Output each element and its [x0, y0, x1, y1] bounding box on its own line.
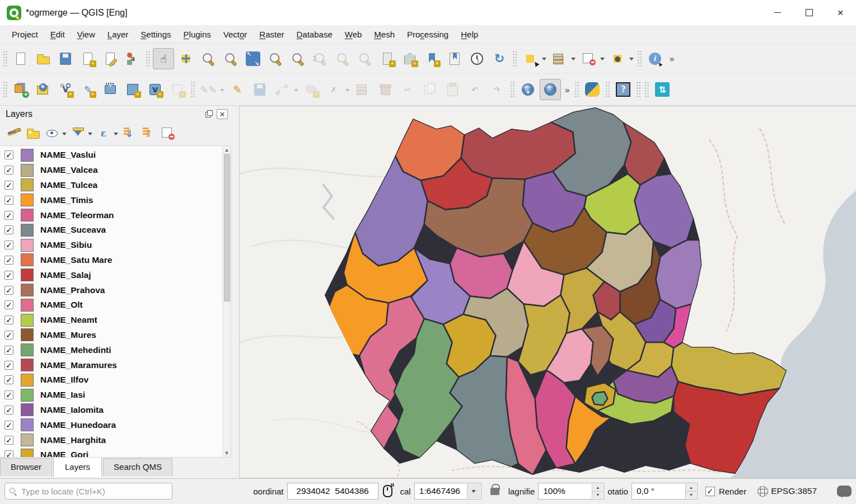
scale-dropdown-icon[interactable]	[467, 484, 480, 498]
new-spatialite-layer-button[interactable]: ✎	[77, 79, 99, 100]
layer-label[interactable]: NAME_Hunedoara	[40, 420, 116, 430]
menu-layer[interactable]: Layer	[101, 27, 135, 41]
layer-item[interactable]: ✓NAME_Ialomita	[0, 403, 222, 418]
toggle-editing-button[interactable]: ✎	[227, 79, 248, 100]
new-mesh-layer-button[interactable]	[122, 79, 143, 100]
layer-item[interactable]: ✓NAME_Satu Mare	[0, 253, 222, 268]
layer-item[interactable]: ✓NAME_Sibiu	[0, 238, 222, 253]
expand-all-button[interactable]: ⇓	[120, 124, 138, 142]
locate-input[interactable]: Type to locate (Ctrl+K)	[4, 483, 172, 500]
open-project-button[interactable]	[32, 48, 54, 69]
dropdown-arrow-icon[interactable]	[114, 133, 118, 138]
layer-item[interactable]: ✓NAME_Gorj	[0, 448, 222, 457]
tab-search-qms[interactable]: Search QMS	[103, 458, 172, 476]
layer-label[interactable]: NAME_Timis	[40, 195, 93, 205]
pan-map-button[interactable]: ☝	[153, 48, 174, 69]
dropdown-arrow-icon[interactable]	[220, 89, 224, 94]
layer-label[interactable]: NAME_Suceava	[40, 225, 106, 235]
rotation-spinbox[interactable]: 0,0 ° ▲▼	[632, 483, 698, 500]
magnifier-spinbox[interactable]: 100% ▲▼	[538, 483, 604, 500]
layer-item[interactable]: ✓NAME_Tulcea	[0, 178, 222, 193]
dropdown-arrow-icon[interactable]	[629, 58, 634, 63]
dropdown-arrow-icon[interactable]	[88, 133, 92, 138]
layer-label[interactable]: NAME_Ilfov	[40, 375, 88, 385]
toolbar-grip[interactable]	[637, 50, 642, 67]
refresh-map-button[interactable]: ↻	[489, 48, 510, 69]
magnifier-spinners[interactable]: ▲▼	[592, 484, 603, 498]
layer-item[interactable]: ✓NAME_Harghita	[0, 432, 222, 448]
open-layer-styling-button[interactable]	[5, 124, 23, 142]
python-console-button[interactable]	[582, 79, 603, 100]
new-3d-map-view-button[interactable]	[399, 48, 420, 69]
zoom-to-layer-button[interactable]	[287, 48, 308, 69]
layer-item[interactable]: ✓NAME_Prahova	[0, 282, 222, 298]
close-panel-icon[interactable]: ✕	[217, 109, 228, 119]
layer-label[interactable]: NAME_Tulcea	[40, 180, 97, 190]
close-button[interactable]	[825, 0, 856, 25]
show-spatial-bookmarks-button[interactable]	[444, 48, 465, 69]
remove-layer-button[interactable]	[158, 124, 176, 142]
layer-visibility-checkbox[interactable]: ✓	[4, 315, 13, 324]
new-project-button[interactable]	[10, 48, 31, 69]
dropdown-arrow-icon[interactable]	[345, 89, 350, 94]
layer-visibility-checkbox[interactable]: ✓	[4, 361, 13, 370]
toolbar-grip[interactable]	[644, 81, 649, 98]
crs-status[interactable]: EPSG:3857	[771, 486, 817, 496]
toolbar-grip[interactable]	[636, 81, 641, 98]
menu-web[interactable]: Web	[339, 27, 368, 41]
select-features-button[interactable]	[520, 48, 541, 69]
menu-settings[interactable]: Settings	[134, 27, 177, 41]
layer-label[interactable]: NAME_Maramures	[40, 360, 117, 370]
toolbar-grip[interactable]	[3, 50, 8, 67]
zoom-full-button[interactable]	[242, 48, 264, 69]
extent-toggle-icon[interactable]	[383, 485, 392, 497]
menu-project[interactable]: Project	[6, 27, 44, 41]
rotation-spinners[interactable]: ▲▼	[685, 484, 696, 498]
layer-label[interactable]: NAME_Mehedinti	[40, 345, 111, 355]
menu-mesh[interactable]: Mesh	[368, 27, 401, 41]
layer-label[interactable]: NAME_Neamt	[40, 315, 97, 325]
filter-legend-button[interactable]	[69, 124, 87, 142]
float-panel-icon[interactable]	[203, 109, 214, 119]
toolbar-grip[interactable]	[574, 81, 579, 98]
layer-visibility-checkbox[interactable]: ✓	[4, 225, 13, 234]
scroll-down-icon[interactable]: ▼	[223, 449, 231, 457]
toolbar-grip[interactable]	[190, 81, 195, 98]
menu-edit[interactable]: Edit	[44, 27, 71, 41]
select-by-form-button[interactable]	[549, 48, 570, 69]
toolbar-grip[interactable]	[3, 81, 8, 98]
render-checkbox[interactable]: ✓	[705, 487, 715, 496]
layer-visibility-checkbox[interactable]: ✓	[4, 406, 13, 414]
menu-view[interactable]: View	[71, 27, 101, 41]
minimize-button[interactable]	[762, 0, 793, 25]
save-project-button[interactable]	[55, 48, 76, 69]
layers-updown-plugin-button[interactable]: ⇅	[652, 79, 673, 100]
new-virtual-layer-button[interactable]	[100, 79, 121, 100]
menu-raster[interactable]: Raster	[253, 27, 290, 41]
add-group-button[interactable]	[24, 124, 42, 142]
collapse-all-button[interactable]: ⇑	[139, 124, 157, 142]
scrollbar-thumb[interactable]	[224, 154, 230, 302]
layer-label[interactable]: NAME_Valcea	[40, 165, 98, 175]
layer-label[interactable]: NAME_Prahova	[40, 285, 105, 295]
layer-visibility-checkbox[interactable]: ✓	[4, 331, 13, 340]
select-by-location-button[interactable]: ●	[607, 48, 628, 69]
layer-item[interactable]: ✓NAME_Valcea	[0, 163, 222, 178]
scroll-up-icon[interactable]: ▲	[223, 146, 231, 154]
layer-visibility-checkbox[interactable]: ✓	[4, 421, 13, 430]
pan-to-selection-button[interactable]	[175, 48, 197, 69]
zoom-to-selection-button[interactable]	[265, 48, 286, 69]
manage-map-themes-button[interactable]	[43, 124, 61, 142]
layer-visibility-checkbox[interactable]: ✓	[4, 436, 13, 445]
dropdown-arrow-icon[interactable]	[600, 58, 605, 63]
layer-label[interactable]: NAME_Sibiu	[40, 240, 92, 250]
new-spatial-bookmark-button[interactable]	[422, 48, 443, 69]
layer-item[interactable]: ✓NAME_Teleorman	[0, 208, 222, 223]
layer-item[interactable]: ✓NAME_Maramures	[0, 357, 222, 373]
layer-label[interactable]: NAME_Teleorman	[40, 210, 114, 220]
new-shapefile-layer-button[interactable]: V	[55, 79, 76, 100]
layer-visibility-checkbox[interactable]: ✓	[4, 181, 13, 190]
messages-icon[interactable]	[837, 486, 852, 497]
deselect-features-button[interactable]	[578, 48, 599, 69]
layer-visibility-checkbox[interactable]: ✓	[4, 256, 13, 265]
